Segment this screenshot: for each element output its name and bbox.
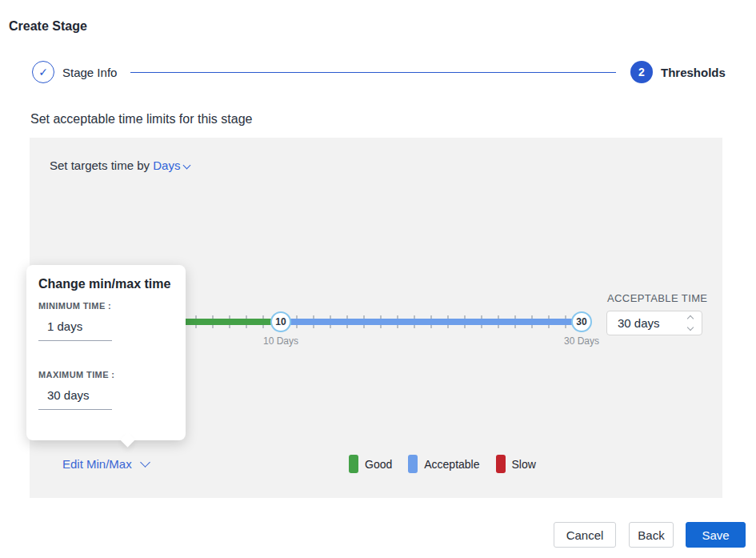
section-heading: Set acceptable time limits for this stag…: [30, 112, 252, 126]
legend-acceptable-label: Acceptable: [424, 458, 479, 471]
slider-min-tick-label: 10 Days: [249, 335, 313, 347]
unit-selector-dropdown[interactable]: Days: [153, 159, 180, 172]
step-1-label: Stage Info: [62, 66, 117, 79]
minimum-time-input[interactable]: 1 days: [38, 319, 112, 341]
legend-item-acceptable: Acceptable: [408, 455, 479, 473]
legend-slow-label: Slow: [512, 458, 536, 471]
slider-handle-min[interactable]: 10: [270, 311, 291, 332]
acceptable-time-stepper[interactable]: [688, 316, 702, 330]
stepper-connector-line: [130, 72, 616, 73]
spinner-down-icon[interactable]: [687, 324, 694, 331]
slow-color-swatch: [496, 455, 506, 473]
maximum-time-label: MAXIMUM TIME :: [38, 370, 114, 379]
legend: Good Acceptable Slow: [349, 455, 536, 473]
popup-title: Change min/max time: [38, 277, 170, 291]
step-2-number: 2: [638, 66, 645, 78]
acceptable-time-input[interactable]: 30 days: [606, 311, 702, 335]
good-color-swatch: [349, 455, 358, 473]
step-2-label: Thresholds: [661, 66, 726, 79]
slider-handle-min-value: 10: [275, 316, 286, 327]
minimum-time-label: MINIMUM TIME :: [38, 301, 111, 311]
maximum-time-input[interactable]: 30 days: [38, 388, 112, 410]
acceptable-time-label: ACCEPTABLE TIME: [607, 292, 707, 304]
slider-handle-max-value: 30: [576, 316, 586, 327]
edit-minmax-label: Edit Min/Max: [62, 457, 132, 471]
page-title: Create Stage: [9, 19, 87, 34]
step-2-active-circle[interactable]: 2: [630, 61, 653, 83]
set-targets-row: Set targets time by Days: [50, 159, 190, 172]
create-stage-page: Create Stage ✓ Stage Info 2 Thresholds S…: [0, 0, 756, 558]
legend-item-slow: Slow: [496, 455, 536, 473]
check-icon: ✓: [38, 66, 48, 78]
back-button[interactable]: Back: [629, 522, 674, 548]
acceptable-time-value[interactable]: 30 days: [607, 316, 688, 330]
slider-handle-max[interactable]: 30: [571, 311, 592, 332]
edit-minmax-link[interactable]: Edit Min/Max: [62, 457, 149, 471]
slider-max-tick-label: 30 Days: [550, 335, 614, 347]
set-targets-label: Set targets time by: [50, 159, 150, 172]
chevron-down-icon: [140, 457, 150, 468]
change-minmax-popup: Change min/max time MINIMUM TIME : 1 day…: [26, 265, 186, 440]
legend-good-label: Good: [365, 458, 392, 471]
save-button[interactable]: Save: [686, 522, 746, 548]
spinner-up-icon[interactable]: [687, 315, 694, 322]
slider-track-acceptable-segment[interactable]: [281, 319, 582, 325]
acceptable-color-swatch: [408, 455, 418, 473]
step-1-completed-circle[interactable]: ✓: [32, 61, 54, 83]
chevron-down-icon[interactable]: [183, 162, 191, 170]
legend-item-good: Good: [349, 455, 392, 473]
cancel-button[interactable]: Cancel: [554, 522, 616, 548]
